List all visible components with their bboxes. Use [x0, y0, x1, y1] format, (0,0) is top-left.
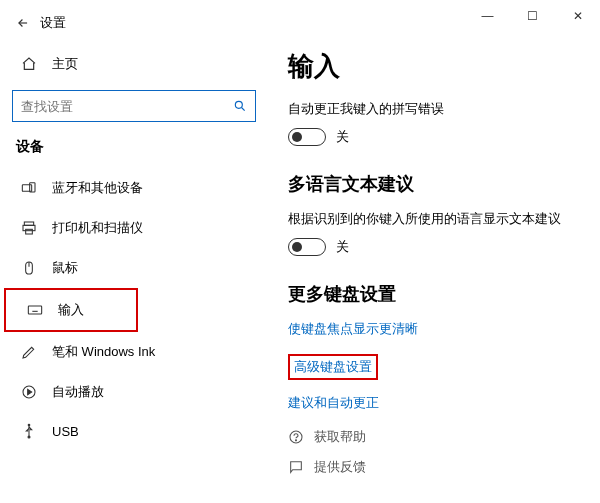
search-icon	[233, 99, 247, 113]
svg-point-16	[28, 436, 30, 438]
feedback-row[interactable]: 提供反馈	[288, 458, 580, 476]
help-icon	[288, 429, 304, 445]
printer-icon	[20, 220, 38, 236]
svg-rect-5	[26, 229, 33, 234]
svg-marker-15	[28, 389, 32, 394]
sidebar-item-label: 笔和 Windows Ink	[52, 343, 155, 361]
svg-rect-1	[22, 185, 31, 192]
sidebar-item-label: 打印机和扫描仪	[52, 219, 143, 237]
back-icon[interactable]	[16, 16, 30, 30]
svg-point-17	[28, 424, 30, 426]
autoplay-icon	[20, 384, 38, 400]
sidebar-item-label: USB	[52, 424, 79, 439]
svg-rect-4	[23, 225, 35, 230]
multilang-description: 根据识别到的你键入所使用的语言显示文本建议	[288, 210, 580, 228]
svg-rect-2	[30, 183, 35, 192]
link-suggestions-autocorrect[interactable]: 建议和自动更正	[288, 394, 580, 412]
feedback-label: 提供反馈	[314, 458, 366, 476]
sidebar: 设置 主页 设备 蓝牙和其他设备 打印机和扫描仪	[0, 0, 268, 503]
close-button[interactable]: ✕	[555, 2, 600, 30]
keyboard-icon	[26, 302, 44, 318]
sidebar-item-typing[interactable]: 输入	[4, 288, 138, 332]
sidebar-item-autoplay[interactable]: 自动播放	[0, 372, 268, 412]
usb-icon	[20, 423, 38, 439]
more-keyboard-heading: 更多键盘设置	[288, 282, 580, 306]
feedback-icon	[288, 459, 304, 475]
search-input[interactable]	[21, 99, 233, 114]
get-help-label: 获取帮助	[314, 428, 366, 446]
multilang-heading: 多语言文本建议	[288, 172, 580, 196]
sidebar-item-usb[interactable]: USB	[0, 412, 268, 450]
mouse-icon	[20, 260, 38, 276]
get-help-row[interactable]: 获取帮助	[288, 428, 580, 446]
multilang-toggle-row: 关	[288, 238, 580, 256]
home-icon	[20, 56, 38, 72]
sidebar-item-label: 蓝牙和其他设备	[52, 179, 143, 197]
sidebar-item-label: 自动播放	[52, 383, 104, 401]
sidebar-item-printers[interactable]: 打印机和扫描仪	[0, 208, 268, 248]
window-title: 设置	[40, 14, 66, 32]
sidebar-item-mouse[interactable]: 鼠标	[0, 248, 268, 288]
svg-rect-8	[28, 306, 41, 314]
devices-icon	[20, 180, 38, 196]
multilang-toggle[interactable]	[288, 238, 326, 256]
sidebar-item-label: 输入	[58, 301, 84, 319]
section-label-devices: 设备	[0, 138, 268, 168]
autocorrect-toggle-state: 关	[336, 128, 349, 146]
window-controls: — ☐ ✕	[465, 2, 600, 30]
home-label: 主页	[52, 55, 78, 73]
main-content: — ☐ ✕ 输入 自动更正我键入的拼写错误 关 多语言文本建议 根据识别到的你键…	[268, 0, 600, 503]
sidebar-item-bluetooth[interactable]: 蓝牙和其他设备	[0, 168, 268, 208]
pen-icon	[20, 344, 38, 360]
svg-point-19	[295, 440, 296, 441]
search-input-container[interactable]	[12, 90, 256, 122]
autocorrect-description: 自动更正我键入的拼写错误	[288, 100, 580, 118]
sidebar-item-label: 鼠标	[52, 259, 78, 277]
nav: 蓝牙和其他设备 打印机和扫描仪 鼠标 输入 笔和 Windows Ink	[0, 168, 268, 450]
page-title: 输入	[288, 49, 580, 84]
link-keyboard-focus[interactable]: 使键盘焦点显示更清晰	[288, 320, 580, 338]
autocorrect-toggle-row: 关	[288, 128, 580, 146]
autocorrect-toggle[interactable]	[288, 128, 326, 146]
multilang-toggle-state: 关	[336, 238, 349, 256]
maximize-button[interactable]: ☐	[510, 2, 555, 30]
svg-point-0	[235, 101, 242, 108]
title-bar: 设置	[0, 10, 268, 44]
sidebar-item-pen[interactable]: 笔和 Windows Ink	[0, 332, 268, 372]
link-advanced-keyboard[interactable]: 高级键盘设置	[288, 354, 378, 380]
minimize-button[interactable]: —	[465, 2, 510, 30]
home-button[interactable]: 主页	[0, 44, 268, 84]
